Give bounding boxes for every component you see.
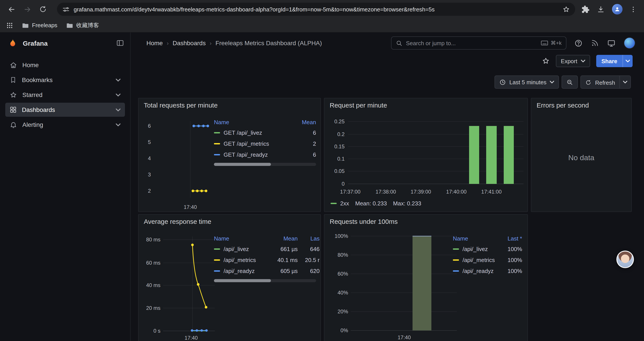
time-range-picker[interactable]: Last 5 minutes <box>494 76 559 89</box>
forward-button[interactable] <box>21 3 33 15</box>
svg-text:60 ms: 60 ms <box>146 260 160 266</box>
user-avatar[interactable] <box>624 37 635 49</box>
legend-value: 661 µs <box>270 246 298 252</box>
chevron-down-icon[interactable] <box>116 78 120 81</box>
legend-col-name[interactable]: Name <box>214 119 295 125</box>
star-dashboard-button[interactable] <box>542 57 550 65</box>
assistant-avatar[interactable] <box>616 251 634 268</box>
extensions-icon[interactable] <box>581 5 590 14</box>
menu-icon[interactable] <box>630 6 637 13</box>
legend-col-last[interactable]: Las <box>298 235 320 242</box>
legend-series-name[interactable]: /api/_livez <box>224 246 249 252</box>
no-data-message: No data <box>531 98 631 212</box>
panel-title[interactable]: Requests under 100ms <box>330 218 398 225</box>
panel-title[interactable]: Request per minute <box>330 101 387 109</box>
chevron-down-icon[interactable] <box>116 123 120 126</box>
export-button[interactable]: Export <box>556 55 590 67</box>
avg-response-chart[interactable]: 80 ms 60 ms 40 ms 20 ms 0 s 17:40 <box>141 230 216 341</box>
sidebar-item-alerting[interactable]: Alerting <box>5 118 125 132</box>
legend-value: 100% <box>498 268 522 274</box>
collapse-sidebar-button[interactable] <box>116 39 124 47</box>
share-menu-button[interactable] <box>622 55 632 67</box>
back-icon <box>7 5 16 14</box>
search-bar[interactable]: ⌘+k <box>391 37 566 50</box>
refresh-interval-button[interactable] <box>620 76 630 88</box>
site-info-icon[interactable] <box>62 6 70 13</box>
breadcrumb: Home › Dashboards › Freeleaps Metrics Da… <box>146 40 322 47</box>
svg-text:0%: 0% <box>340 327 348 333</box>
legend-col-mean[interactable]: Mean <box>295 119 316 125</box>
monitor-icon[interactable] <box>607 39 616 47</box>
rss-icon[interactable] <box>591 39 599 47</box>
sidebar-item-dashboards[interactable]: Dashboards <box>5 103 125 117</box>
legend-col-last[interactable]: Last * <box>498 235 522 242</box>
legend-col-name[interactable]: Name <box>214 235 270 242</box>
svg-text:20 ms: 20 ms <box>146 305 160 311</box>
back-button[interactable] <box>5 3 18 15</box>
legend-col-name[interactable]: Name <box>453 235 498 242</box>
brand-title: Grafana <box>23 39 48 47</box>
sidebar-item-label: Starred <box>22 91 42 98</box>
requests-under-100ms-chart[interactable]: 100% 80% 60% 40% 20% 0% 17:40 <box>327 230 458 341</box>
legend-series-name[interactable]: GET /api/_livez <box>224 129 262 136</box>
sidebar-item-bookmarks[interactable]: Bookmarks <box>5 73 125 87</box>
legend-series-name[interactable]: /api/_metrics <box>462 257 495 263</box>
browser-profile-avatar[interactable] <box>612 4 622 15</box>
sidebar-item-starred[interactable]: Starred <box>5 88 125 102</box>
legend-value: 6 <box>295 151 316 158</box>
svg-text:0.1: 0.1 <box>337 156 344 162</box>
total-requests-chart[interactable]: 6 5 4 3 2 17:40 <box>141 114 216 212</box>
help-icon[interactable] <box>574 39 582 47</box>
chevron-down-icon[interactable] <box>116 93 120 96</box>
chevron-down-icon[interactable] <box>116 108 120 111</box>
panel-request-per-minute: Request per minute 0.25 0.2 0.15 0.1 0.0… <box>324 98 528 212</box>
breadcrumb-separator: › <box>210 40 212 46</box>
url-input[interactable] <box>74 6 558 13</box>
panel-title[interactable]: Total requests per minute <box>144 101 218 109</box>
downloads-icon[interactable] <box>597 5 605 14</box>
legend-value: 646 <box>298 246 320 252</box>
breadcrumb-dashboards[interactable]: Dashboards <box>172 40 206 47</box>
legend-series-name[interactable]: GET /api/_metrics <box>224 140 269 147</box>
legend-value: 605 µs <box>270 268 298 274</box>
legend-series-name[interactable]: /api/_readyz <box>462 268 494 274</box>
legend-series-name[interactable]: GET /api/_readyz <box>224 151 268 158</box>
apps-grid-icon[interactable] <box>6 22 13 29</box>
legend-series-name[interactable]: /api/_livez <box>462 246 488 252</box>
legend-col-mean[interactable]: Mean <box>270 235 298 242</box>
panel-errors-per-second: Errors per second No data <box>531 98 632 212</box>
legend-series-name[interactable]: /api/_readyz <box>224 268 255 274</box>
legend-row: /api/_metrics 100% <box>453 254 522 265</box>
legend-value: 20.5 r <box>298 257 320 263</box>
svg-text:17:39:00: 17:39:00 <box>410 189 431 195</box>
grafana-logo-icon[interactable] <box>8 38 18 48</box>
sidebar-item-label: Home <box>22 62 39 69</box>
zoom-out-button[interactable] <box>562 76 578 89</box>
breadcrumb-home[interactable]: Home <box>146 40 163 47</box>
panel-title[interactable]: Average response time <box>144 218 211 225</box>
address-bar[interactable] <box>57 3 575 16</box>
share-button[interactable]: Share <box>596 55 622 67</box>
scrollbar-thumb[interactable] <box>214 163 271 166</box>
bell-icon <box>10 121 17 128</box>
legend-row: /api/_livez 661 µs 646 <box>214 244 320 254</box>
refresh-button[interactable]: Refresh <box>581 76 620 89</box>
legend-scrollbar[interactable] <box>214 163 316 166</box>
request-per-minute-chart[interactable]: 0.25 0.2 0.15 0.1 0.05 0 17:37:00 17:38:… <box>327 114 525 200</box>
bookmark-folder-freeleaps[interactable]: Freeleaps <box>22 22 58 29</box>
search-input[interactable] <box>406 40 538 46</box>
series-color-icon <box>214 259 220 261</box>
sidebar-item-label: Dashboards <box>22 106 55 113</box>
scrollbar-thumb[interactable] <box>214 279 271 282</box>
bookmark-star-icon[interactable] <box>562 6 570 13</box>
bookmark-folder-blogs[interactable]: 收藏博客 <box>66 21 99 29</box>
sidebar-item-home[interactable]: Home <box>5 58 125 72</box>
bookmark-label: Freeleaps <box>32 22 58 29</box>
legend-scrollbar[interactable] <box>214 279 316 282</box>
legend-series-name[interactable]: 2xx <box>340 200 349 207</box>
reload-button[interactable] <box>37 3 49 15</box>
legend-series-name[interactable]: /api/_metrics <box>224 257 256 263</box>
search-icon <box>396 40 402 46</box>
home-icon <box>10 61 17 69</box>
bookmarks-bar: Freeleaps 收藏博客 <box>0 19 644 33</box>
